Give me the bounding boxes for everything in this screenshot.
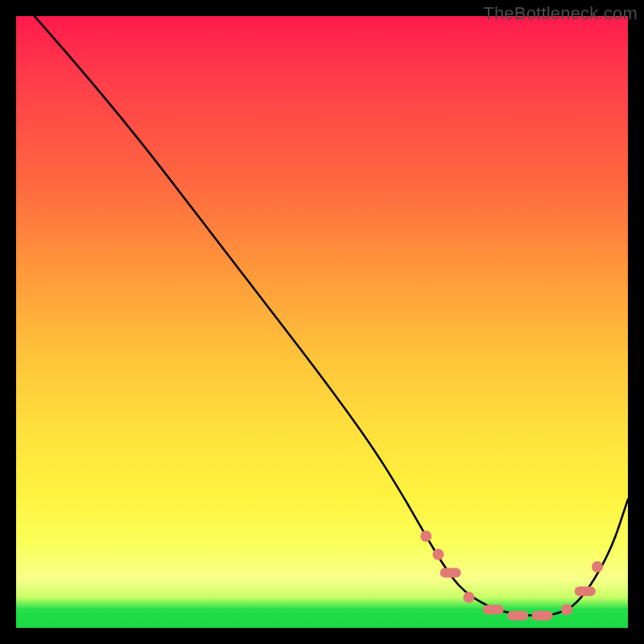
marker-layer xyxy=(420,530,603,621)
marker-dot xyxy=(432,549,444,560)
plot-area xyxy=(16,16,628,628)
marker-dot xyxy=(561,604,572,615)
marker-dash xyxy=(440,568,461,578)
marker-dot xyxy=(420,530,431,542)
marker-dash xyxy=(532,611,553,621)
chart-svg xyxy=(16,16,628,628)
marker-dash xyxy=(483,605,504,614)
curve-layer xyxy=(35,16,628,616)
chart-frame: TheBottleneck.com xyxy=(0,0,644,644)
marker-dot xyxy=(463,592,474,603)
marker-dash xyxy=(575,586,596,596)
marker-dot xyxy=(592,561,603,572)
watermark-text: TheBottleneck.com xyxy=(483,3,638,24)
marker-dash xyxy=(507,611,528,621)
bottleneck-curve xyxy=(35,16,628,616)
